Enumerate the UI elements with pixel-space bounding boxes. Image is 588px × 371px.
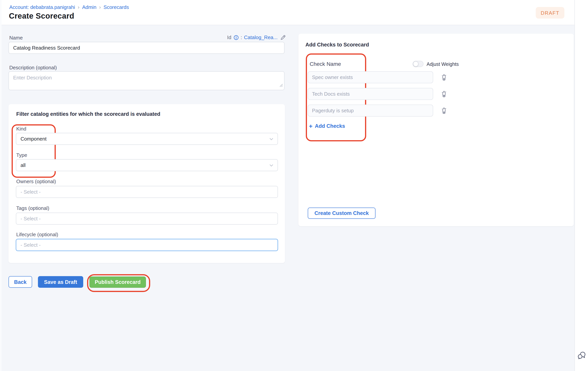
right-side-strip — [575, 0, 588, 371]
owners-placeholder: - Select - — [21, 189, 41, 195]
scorecard-id-row: Id : Catalog_Rea... — [155, 34, 286, 40]
filter-card: Filter catalog entities for which the sc… — [9, 104, 285, 263]
kind-value: Component — [21, 136, 46, 142]
edit-id-pencil-icon[interactable] — [280, 35, 286, 40]
scorecard-id-link[interactable]: Catalog_Rea... — [244, 34, 278, 40]
type-value: all — [21, 162, 26, 168]
description-label: Description (optional) — [9, 65, 57, 71]
delete-check-trash-icon[interactable] — [440, 73, 448, 81]
name-label: Name — [9, 35, 23, 41]
breadcrumb: Account: debabrata.panigrahi › Admin › S… — [9, 4, 129, 10]
breadcrumb-admin-link[interactable]: Admin — [82, 4, 96, 10]
adjust-weights-label: Adjust Weights — [427, 62, 459, 67]
description-textarea[interactable] — [9, 72, 284, 90]
description-field-wrap — [9, 71, 284, 90]
id-label: Id — [227, 34, 231, 40]
check-name-column-header: Check Name — [310, 61, 341, 67]
info-icon[interactable] — [233, 35, 239, 40]
lifecycle-select[interactable]: - Select - — [16, 239, 278, 251]
adjust-weights-toggle[interactable] — [413, 61, 423, 67]
toggle-knob — [413, 61, 419, 67]
publish-scorecard-button[interactable]: Publish Scorecard — [89, 276, 146, 288]
page-title: Create Scorecard — [9, 12, 74, 21]
kind-select[interactable]: Component — [16, 133, 278, 145]
add-checks-heading: Add Checks to Scorecard — [305, 42, 369, 48]
chat-bubbles-icon[interactable] — [577, 351, 587, 360]
back-button[interactable]: Back — [9, 276, 32, 288]
filter-heading: Filter catalog entities for which the sc… — [16, 111, 160, 117]
check-name-input[interactable] — [308, 71, 433, 83]
check-name-input[interactable] — [308, 105, 433, 117]
delete-check-trash-icon[interactable] — [440, 89, 448, 98]
add-checks-label: Add Checks — [315, 123, 345, 129]
check-name-input[interactable] — [308, 88, 433, 100]
page-header: Account: debabrata.panigrahi › Admin › S… — [0, 0, 575, 25]
breadcrumb-separator: › — [78, 4, 80, 10]
breadcrumb-scorecards-link[interactable]: Scorecards — [104, 4, 129, 10]
create-custom-check-button[interactable]: Create Custom Check — [308, 208, 376, 219]
status-badge-draft: DRAFT — [536, 7, 564, 19]
id-separator: : — [241, 34, 242, 40]
add-checks-button[interactable]: + Add Checks — [309, 123, 345, 129]
type-label: Type — [16, 152, 27, 158]
add-checks-card: Add Checks to Scorecard Check Name Adjus… — [298, 34, 574, 226]
owners-label: Owners (optional) — [16, 179, 56, 184]
left-edge-strip — [0, 0, 1, 371]
chevron-down-icon — [269, 138, 273, 140]
breadcrumb-separator: › — [99, 4, 101, 10]
type-select[interactable]: all — [16, 159, 278, 171]
breadcrumb-account-link[interactable]: Account: debabrata.panigrahi — [9, 4, 75, 10]
owners-select[interactable]: - Select - — [16, 186, 278, 198]
tags-select[interactable]: - Select - — [16, 212, 278, 225]
lifecycle-label: Lifecycle (optional) — [16, 232, 58, 237]
resize-handle-icon[interactable] — [280, 82, 283, 89]
kind-label: Kind — [16, 126, 26, 132]
create-scorecard-page: Account: debabrata.panigrahi › Admin › S… — [0, 0, 588, 371]
name-input[interactable] — [9, 42, 284, 54]
chevron-down-icon — [269, 164, 273, 166]
tags-placeholder: - Select - — [21, 216, 41, 222]
tags-label: Tags (optional) — [16, 205, 49, 211]
delete-check-trash-icon[interactable] — [440, 106, 448, 115]
lifecycle-placeholder: - Select - — [21, 242, 41, 248]
plus-icon: + — [309, 123, 313, 129]
save-as-draft-button[interactable]: Save as Draft — [38, 276, 83, 288]
